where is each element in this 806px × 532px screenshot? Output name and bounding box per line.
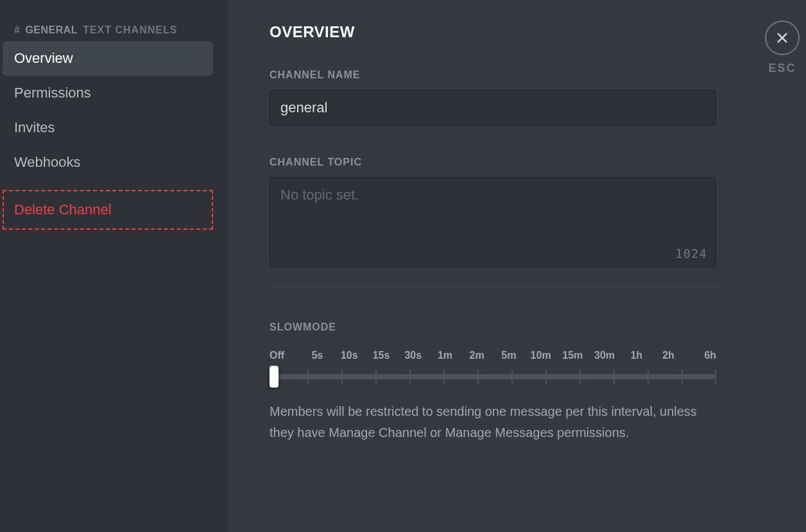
tick-label: 5m	[493, 350, 525, 361]
slider-notch	[647, 370, 649, 384]
slider-notch	[715, 370, 716, 384]
slowmode-description: Members will be restricted to sending on…	[270, 401, 716, 443]
tick-label: 2m	[461, 350, 493, 361]
tick-label: 15s	[365, 350, 397, 361]
sidebar-item-label: Overview	[14, 50, 73, 66]
slider-notch	[443, 370, 445, 384]
tick-label: 30s	[397, 350, 429, 361]
sidebar-item-permissions[interactable]: Permissions	[3, 76, 213, 110]
sidebar-item-label: Invites	[14, 119, 55, 135]
sidebar-category: TEXT CHANNELS	[83, 24, 177, 36]
tick-label: 1h	[621, 350, 653, 361]
slider-notch	[341, 370, 343, 384]
slider-notch	[545, 370, 547, 384]
tick-label: 15m	[556, 350, 588, 361]
slider-notch	[375, 370, 377, 384]
slider-notch	[579, 370, 581, 384]
close-button[interactable]: ESC	[765, 21, 800, 75]
slider-notch	[477, 370, 479, 384]
sidebar-item-label: Delete Channel	[14, 202, 112, 218]
channel-name-label: CHANNEL NAME	[270, 69, 764, 81]
page-title: OVERVIEW	[270, 23, 764, 41]
slider-notch	[511, 370, 513, 384]
tick-label: 10m	[525, 350, 557, 361]
settings-sidebar: # GENERAL TEXT CHANNELS Overview Permiss…	[0, 0, 227, 532]
sidebar-item-label: Webhooks	[14, 154, 81, 170]
settings-content: ESC OVERVIEW CHANNEL NAME CHANNEL TOPIC …	[227, 0, 806, 532]
slowmode-label: SLOWMODE	[270, 322, 764, 333]
sidebar-item-label: Permissions	[14, 85, 91, 101]
slowmode-slider[interactable]	[270, 366, 716, 386]
slider-notch	[682, 370, 683, 384]
slider-handle[interactable]	[270, 366, 279, 388]
sidebar-item-overview[interactable]: Overview	[3, 41, 213, 76]
tick-label: Off	[270, 350, 302, 361]
sidebar-channel-name: GENERAL	[25, 24, 78, 36]
slider-notch	[613, 370, 615, 384]
sidebar-item-delete-channel[interactable]: Delete Channel	[5, 193, 210, 227]
tick-label: 2h	[653, 350, 685, 361]
sidebar-item-webhooks[interactable]: Webhooks	[3, 145, 213, 180]
tick-label: 30m	[588, 350, 621, 361]
slider-rail	[273, 374, 716, 379]
sidebar-item-invites[interactable]: Invites	[3, 110, 213, 145]
tick-label: 6h	[684, 350, 716, 361]
tick-label: 5s	[302, 350, 334, 361]
channel-topic-input[interactable]	[270, 177, 716, 267]
slider-notch	[409, 370, 411, 384]
section-divider	[270, 286, 716, 287]
tick-label: 10s	[333, 350, 365, 361]
delete-channel-highlight: Delete Channel	[3, 190, 213, 230]
close-label: ESC	[768, 62, 796, 75]
channel-name-input[interactable]	[270, 90, 716, 126]
hash-icon: #	[14, 24, 20, 36]
sidebar-header: # GENERAL TEXT CHANNELS	[3, 24, 213, 41]
close-icon	[765, 21, 800, 55]
channel-topic-label: CHANNEL TOPIC	[270, 157, 764, 168]
slider-notch	[307, 370, 309, 384]
tick-label: 1m	[429, 350, 461, 361]
slowmode-tick-labels: Off 5s 10s 15s 30s 1m 2m 5m 10m 15m 30m …	[270, 350, 716, 361]
